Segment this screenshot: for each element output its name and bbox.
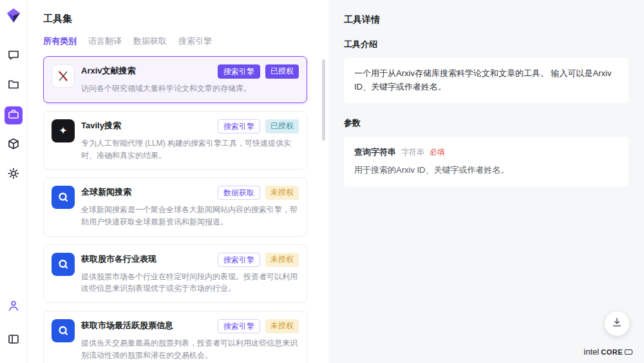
tool-name: 获取股市各行业表现	[81, 253, 156, 266]
stock-app-logo-icon	[52, 319, 75, 342]
category-badge: 搜索引擎	[218, 119, 260, 133]
auth-status-badge: 未授权	[265, 319, 299, 333]
category-badge: 搜索引擎	[218, 64, 260, 79]
parameter-card: 查询字符串 字符串 必填 用于搜索的Arxiv ID、关键字或作者姓名。	[344, 137, 629, 187]
tavily-logo-icon: ✦	[52, 119, 75, 142]
download-button[interactable]	[605, 311, 629, 336]
parameter-type: 字符串	[401, 146, 424, 159]
page-title: 工具集	[43, 13, 328, 25]
download-icon	[611, 317, 623, 331]
category-badge: 搜索引擎	[218, 253, 260, 267]
category-badge: 数据获取	[218, 186, 260, 200]
sidebar	[0, 0, 27, 363]
tool-intro-text: 一个用于从Arxiv存储库搜索科学论文和文章的工具。 输入可以是Arxiv ID…	[354, 68, 611, 92]
tool-name: Tavily搜索	[81, 119, 121, 132]
folder-icon-button[interactable]	[5, 77, 23, 95]
settings-icon-button[interactable]	[5, 166, 23, 184]
tab-language-translation[interactable]: 语言翻译	[88, 35, 122, 47]
tool-description: 全球新闻搜索是一个聚合全球各大新闻网站内容的搜索引擎，帮助用户快速获取全球最新资…	[81, 204, 299, 228]
app-logo-icon	[6, 8, 21, 26]
intro-section-title: 工具介绍	[344, 39, 629, 50]
tool-name: Arxiv文献搜索	[81, 64, 136, 77]
tool-list-panel: 工具集 所有类别 语言翻译 数据获取 搜索引擎 Arxiv文献搜索	[27, 0, 328, 363]
list-scrollbar[interactable]	[322, 59, 325, 141]
parameter-description: 用于搜索的Arxiv ID、关键字或作者姓名。	[354, 164, 618, 177]
tool-card-tavily[interactable]: ✦ Tavily搜索 搜索引擎 已授权 专为人工智能代理 (LLM) 构建的搜索…	[43, 111, 307, 170]
gear-icon	[7, 167, 20, 182]
package-icon	[7, 137, 20, 153]
tab-data-fetch[interactable]: 数据获取	[133, 35, 167, 47]
params-section-title: 参数	[344, 117, 629, 129]
tool-description: 专为人工智能代理 (LLM) 构建的搜索引擎工具，可快速提供实时、准确和真实的结…	[81, 137, 299, 161]
user-icon	[7, 299, 20, 315]
auth-status-badge: 已授权	[265, 119, 299, 133]
parameter-name: 查询字符串	[354, 146, 396, 159]
tool-description: 提供股票市场各个行业在特定时间段内的表现。投资者可以利用这些信息来识别表现优于或…	[81, 271, 299, 295]
arxiv-logo-icon	[52, 64, 75, 88]
news-app-logo-icon	[52, 186, 75, 209]
intel-badge-box	[625, 349, 632, 355]
tool-detail-panel: 工具详情 工具介绍 一个用于从Arxiv存储库搜索科学论文和文章的工具。 输入可…	[328, 0, 644, 363]
tools-icon-button[interactable]	[5, 106, 23, 124]
parameter-required-flag: 必填	[430, 146, 445, 159]
package-icon-button[interactable]	[5, 136, 23, 154]
tool-list: Arxiv文献搜索 搜索引擎 已授权 访问各个研究领域大量科学论文和文章的存储库…	[43, 56, 328, 363]
tab-all-categories[interactable]: 所有类别	[43, 35, 77, 47]
intel-core-logo: intel CORE	[583, 347, 632, 357]
chat-icon-button[interactable]	[5, 47, 23, 65]
chat-icon	[7, 48, 20, 64]
auth-status-badge: 未授权	[265, 186, 299, 200]
core-wordmark: CORE	[601, 348, 623, 356]
detail-title: 工具详情	[344, 14, 629, 26]
tool-description: 访问各个研究领域大量科学论文和文章的存储库。	[81, 83, 299, 95]
tool-card-arxiv[interactable]: Arxiv文献搜索 搜索引擎 已授权 访问各个研究领域大量科学论文和文章的存储库…	[43, 56, 307, 103]
tool-card-sector-performance[interactable]: 获取股市各行业表现 搜索引擎 未授权 提供股票市场各个行业在特定时间段内的表现。…	[43, 244, 307, 303]
tool-description: 提供当天交易量最高的股票列表，投资者可以利用这些信息来识别流动性强的股票和潜在的…	[81, 337, 299, 361]
tool-intro-card: 一个用于从Arxiv存储库搜索科学论文和文章的工具。 输入可以是Arxiv ID…	[344, 58, 629, 103]
tab-search-engine[interactable]: 搜索引擎	[178, 35, 212, 47]
briefcase-icon	[7, 108, 20, 123]
auth-status-badge: 已授权	[265, 64, 299, 79]
tool-name: 获取市场最活跃股票信息	[81, 319, 173, 332]
intel-wordmark: intel	[583, 347, 599, 357]
category-tabs: 所有类别 语言翻译 数据获取 搜索引擎	[43, 35, 328, 47]
user-icon-button[interactable]	[5, 298, 23, 316]
tool-card-active-stocks[interactable]: 获取市场最活跃股票信息 搜索引擎 未授权 提供当天交易量最高的股票列表，投资者可…	[43, 311, 307, 363]
sidebar-bottom	[5, 292, 23, 355]
folder-icon	[7, 78, 20, 93]
panel-toggle-button[interactable]	[5, 331, 23, 349]
category-badge: 搜索引擎	[218, 319, 260, 333]
tool-card-global-news[interactable]: 全球新闻搜索 数据获取 未授权 全球新闻搜索是一个聚合全球各大新闻网站内容的搜索…	[43, 177, 307, 236]
tool-name: 全球新闻搜索	[81, 186, 131, 199]
auth-status-badge: 未授权	[265, 253, 299, 267]
panel-toggle-icon	[7, 333, 20, 348]
app-window: 工具集 所有类别 语言翻译 数据获取 搜索引擎 Arxiv文献搜索	[0, 0, 644, 363]
stock-app-logo-icon	[52, 253, 75, 276]
